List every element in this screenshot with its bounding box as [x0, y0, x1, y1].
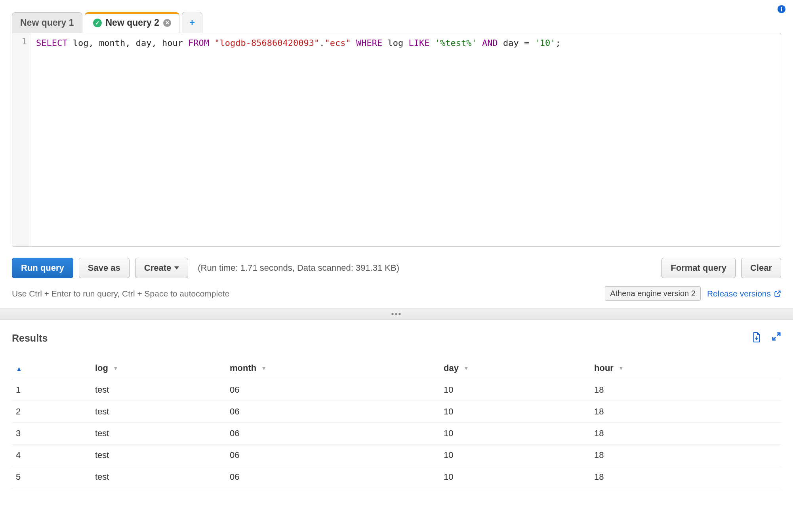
cell-log: test: [91, 423, 226, 445]
dot: .: [319, 38, 324, 48]
col-label: log: [95, 363, 108, 373]
col-header-hour[interactable]: hour▼: [590, 357, 781, 379]
cell-month: 06: [226, 379, 440, 401]
db-name: "logdb-856860420093": [214, 38, 319, 48]
drag-dots-icon: •••: [391, 310, 402, 319]
cell-log: test: [91, 379, 226, 401]
kw-like: LIKE: [408, 38, 429, 48]
format-query-button[interactable]: Format query: [661, 258, 736, 278]
run-query-button[interactable]: Run query: [12, 258, 73, 278]
col-label: month: [230, 363, 256, 373]
cell-hour: 18: [590, 445, 781, 466]
create-button[interactable]: Create: [135, 258, 188, 278]
kw-where: WHERE: [351, 38, 382, 48]
table-name: "ecs": [325, 38, 351, 48]
sort-icon: ▼: [113, 365, 118, 371]
run-info: (Run time: 1.71 seconds, Data scanned: 3…: [198, 263, 399, 273]
tab-query-2[interactable]: ✓ New query 2 ✕: [85, 12, 180, 33]
check-icon: ✓: [93, 19, 102, 27]
cell-idx: 4: [12, 445, 91, 466]
cell-day: 10: [440, 423, 590, 445]
external-link-icon: [774, 290, 781, 297]
cell-day: 10: [440, 401, 590, 423]
where-col: log: [382, 38, 408, 48]
semi: ;: [555, 38, 560, 48]
clear-button[interactable]: Clear: [741, 258, 781, 278]
tabs-row: New query 1 ✓ New query 2 ✕ +: [12, 12, 781, 33]
chevron-down-icon: [174, 266, 179, 270]
cell-idx: 5: [12, 466, 91, 488]
hints-row: Use Ctrl + Enter to run query, Ctrl + Sp…: [0, 283, 793, 308]
close-icon[interactable]: ✕: [163, 19, 171, 27]
toolbar: Run query Save as Create (Run time: 1.71…: [0, 247, 793, 283]
cell-hour: 18: [590, 379, 781, 401]
tab-query-1[interactable]: New query 1: [12, 12, 82, 33]
eq: =: [524, 38, 529, 48]
day-col: day: [498, 38, 524, 48]
results-table: ▲ log▼ month▼ day▼ hour▼ 1 test: [12, 357, 781, 488]
day-val: '10': [529, 38, 555, 48]
download-icon[interactable]: [752, 332, 761, 345]
line-number: 1: [12, 36, 27, 46]
col-header-log[interactable]: log▼: [91, 357, 226, 379]
cell-month: 06: [226, 445, 440, 466]
svg-point-2: [781, 7, 782, 8]
engine-badge: Athena engine version 2: [605, 286, 701, 301]
col-header-day[interactable]: day▼: [440, 357, 590, 379]
cell-hour: 18: [590, 466, 781, 488]
expand-icon[interactable]: [772, 332, 781, 345]
table-row: 3 test 06 10 18: [12, 423, 781, 445]
table-row: 1 test 06 10 18: [12, 379, 781, 401]
like-val: '%test%': [429, 38, 477, 48]
line-gutter: 1: [12, 33, 31, 246]
kw-from: FROM: [188, 38, 209, 48]
cell-month: 06: [226, 423, 440, 445]
release-label: Release versions: [707, 289, 771, 298]
cell-log: test: [91, 401, 226, 423]
release-versions-link[interactable]: Release versions: [707, 289, 781, 298]
cell-day: 10: [440, 466, 590, 488]
kw-select: SELECT: [36, 38, 67, 48]
col-label: hour: [594, 363, 614, 373]
table-header-row: ▲ log▼ month▼ day▼ hour▼: [12, 357, 781, 379]
cell-month: 06: [226, 401, 440, 423]
query-editor[interactable]: 1 SELECT log, month, day, hour FROM "log…: [12, 33, 781, 247]
info-icon[interactable]: [777, 5, 786, 16]
cell-idx: 3: [12, 423, 91, 445]
col-header-index[interactable]: ▲: [12, 357, 91, 379]
create-label: Create: [144, 263, 171, 273]
cell-month: 06: [226, 466, 440, 488]
keyboard-hint: Use Ctrl + Enter to run query, Ctrl + Sp…: [12, 289, 229, 298]
col-label: day: [444, 363, 459, 373]
tab-label: New query 1: [20, 17, 74, 28]
kw-and: AND: [477, 38, 498, 48]
cell-log: test: [91, 445, 226, 466]
sort-icon: ▼: [463, 365, 469, 371]
add-tab-button[interactable]: +: [182, 12, 202, 33]
cell-log: test: [91, 466, 226, 488]
split-handle[interactable]: •••: [0, 308, 793, 320]
results-title: Results: [12, 332, 48, 344]
cell-idx: 2: [12, 401, 91, 423]
cols: log, month, day, hour: [67, 38, 188, 48]
col-header-month[interactable]: month▼: [226, 357, 440, 379]
svg-rect-1: [781, 8, 782, 11]
table-row: 4 test 06 10 18: [12, 445, 781, 466]
sort-icon: ▼: [261, 365, 267, 371]
tab-label: New query 2: [106, 17, 160, 28]
cell-hour: 18: [590, 423, 781, 445]
table-row: 5 test 06 10 18: [12, 466, 781, 488]
table-row: 2 test 06 10 18: [12, 401, 781, 423]
sort-icon: ▼: [618, 365, 624, 371]
cell-day: 10: [440, 379, 590, 401]
save-as-button[interactable]: Save as: [79, 258, 130, 278]
cell-idx: 1: [12, 379, 91, 401]
cell-hour: 18: [590, 401, 781, 423]
code-area[interactable]: SELECT log, month, day, hour FROM "logdb…: [31, 33, 781, 246]
results-area: Results ▲ log▼ month▼: [0, 320, 793, 488]
sort-asc-icon: ▲: [16, 365, 22, 372]
cell-day: 10: [440, 445, 590, 466]
